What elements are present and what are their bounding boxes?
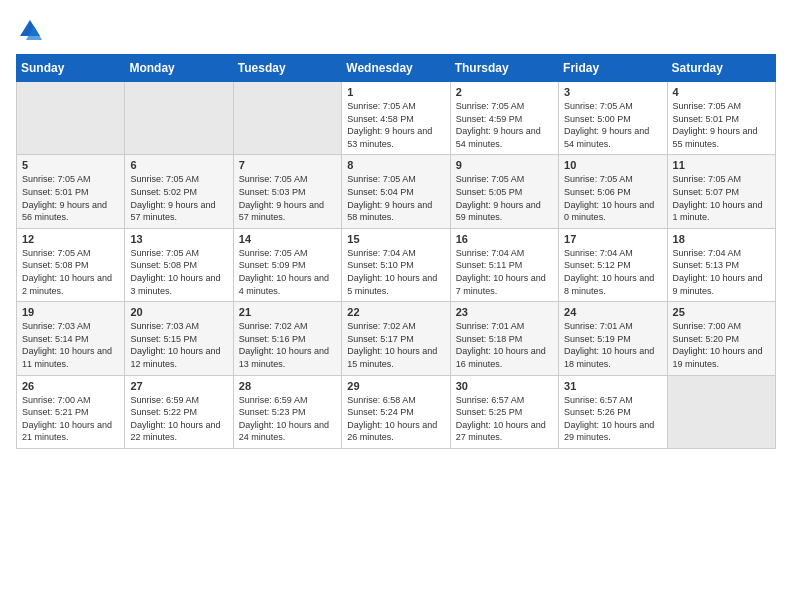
- column-header-sunday: Sunday: [17, 55, 125, 82]
- week-row-5: 26Sunrise: 7:00 AM Sunset: 5:21 PM Dayli…: [17, 375, 776, 448]
- day-info: Sunrise: 7:05 AM Sunset: 5:01 PM Dayligh…: [673, 100, 770, 150]
- day-info: Sunrise: 7:00 AM Sunset: 5:21 PM Dayligh…: [22, 394, 119, 444]
- day-cell: 13Sunrise: 7:05 AM Sunset: 5:08 PM Dayli…: [125, 228, 233, 301]
- day-info: Sunrise: 7:04 AM Sunset: 5:11 PM Dayligh…: [456, 247, 553, 297]
- day-info: Sunrise: 7:02 AM Sunset: 5:16 PM Dayligh…: [239, 320, 336, 370]
- day-info: Sunrise: 7:01 AM Sunset: 5:19 PM Dayligh…: [564, 320, 661, 370]
- day-number: 1: [347, 86, 444, 98]
- day-info: Sunrise: 7:05 AM Sunset: 5:08 PM Dayligh…: [22, 247, 119, 297]
- logo: [16, 16, 48, 44]
- column-header-friday: Friday: [559, 55, 667, 82]
- day-number: 21: [239, 306, 336, 318]
- day-cell: 17Sunrise: 7:04 AM Sunset: 5:12 PM Dayli…: [559, 228, 667, 301]
- day-info: Sunrise: 6:57 AM Sunset: 5:25 PM Dayligh…: [456, 394, 553, 444]
- day-number: 30: [456, 380, 553, 392]
- day-number: 17: [564, 233, 661, 245]
- day-cell: [125, 82, 233, 155]
- day-cell: 29Sunrise: 6:58 AM Sunset: 5:24 PM Dayli…: [342, 375, 450, 448]
- day-number: 7: [239, 159, 336, 171]
- day-number: 2: [456, 86, 553, 98]
- day-info: Sunrise: 7:05 AM Sunset: 5:09 PM Dayligh…: [239, 247, 336, 297]
- day-number: 9: [456, 159, 553, 171]
- week-row-3: 12Sunrise: 7:05 AM Sunset: 5:08 PM Dayli…: [17, 228, 776, 301]
- day-cell: 2Sunrise: 7:05 AM Sunset: 4:59 PM Daylig…: [450, 82, 558, 155]
- week-row-2: 5Sunrise: 7:05 AM Sunset: 5:01 PM Daylig…: [17, 155, 776, 228]
- day-cell: [17, 82, 125, 155]
- day-cell: 19Sunrise: 7:03 AM Sunset: 5:14 PM Dayli…: [17, 302, 125, 375]
- day-number: 23: [456, 306, 553, 318]
- day-number: 11: [673, 159, 770, 171]
- day-cell: 3Sunrise: 7:05 AM Sunset: 5:00 PM Daylig…: [559, 82, 667, 155]
- day-cell: 1Sunrise: 7:05 AM Sunset: 4:58 PM Daylig…: [342, 82, 450, 155]
- day-number: 3: [564, 86, 661, 98]
- day-info: Sunrise: 6:59 AM Sunset: 5:22 PM Dayligh…: [130, 394, 227, 444]
- calendar-header-row: SundayMondayTuesdayWednesdayThursdayFrid…: [17, 55, 776, 82]
- day-cell: 24Sunrise: 7:01 AM Sunset: 5:19 PM Dayli…: [559, 302, 667, 375]
- day-info: Sunrise: 7:01 AM Sunset: 5:18 PM Dayligh…: [456, 320, 553, 370]
- day-info: Sunrise: 7:05 AM Sunset: 4:59 PM Dayligh…: [456, 100, 553, 150]
- day-cell: 20Sunrise: 7:03 AM Sunset: 5:15 PM Dayli…: [125, 302, 233, 375]
- page-header: [16, 16, 776, 44]
- day-number: 14: [239, 233, 336, 245]
- day-number: 8: [347, 159, 444, 171]
- day-info: Sunrise: 6:59 AM Sunset: 5:23 PM Dayligh…: [239, 394, 336, 444]
- day-info: Sunrise: 6:57 AM Sunset: 5:26 PM Dayligh…: [564, 394, 661, 444]
- day-number: 22: [347, 306, 444, 318]
- day-number: 19: [22, 306, 119, 318]
- day-cell: 7Sunrise: 7:05 AM Sunset: 5:03 PM Daylig…: [233, 155, 341, 228]
- day-number: 18: [673, 233, 770, 245]
- day-number: 6: [130, 159, 227, 171]
- day-cell: 8Sunrise: 7:05 AM Sunset: 5:04 PM Daylig…: [342, 155, 450, 228]
- day-info: Sunrise: 7:05 AM Sunset: 4:58 PM Dayligh…: [347, 100, 444, 150]
- day-number: 20: [130, 306, 227, 318]
- day-cell: 14Sunrise: 7:05 AM Sunset: 5:09 PM Dayli…: [233, 228, 341, 301]
- day-info: Sunrise: 7:02 AM Sunset: 5:17 PM Dayligh…: [347, 320, 444, 370]
- day-info: Sunrise: 7:05 AM Sunset: 5:05 PM Dayligh…: [456, 173, 553, 223]
- day-cell: 30Sunrise: 6:57 AM Sunset: 5:25 PM Dayli…: [450, 375, 558, 448]
- day-cell: 28Sunrise: 6:59 AM Sunset: 5:23 PM Dayli…: [233, 375, 341, 448]
- day-info: Sunrise: 7:03 AM Sunset: 5:15 PM Dayligh…: [130, 320, 227, 370]
- day-number: 25: [673, 306, 770, 318]
- day-info: Sunrise: 7:05 AM Sunset: 5:01 PM Dayligh…: [22, 173, 119, 223]
- day-cell: 15Sunrise: 7:04 AM Sunset: 5:10 PM Dayli…: [342, 228, 450, 301]
- column-header-tuesday: Tuesday: [233, 55, 341, 82]
- day-cell: [667, 375, 775, 448]
- day-cell: 31Sunrise: 6:57 AM Sunset: 5:26 PM Dayli…: [559, 375, 667, 448]
- column-header-monday: Monday: [125, 55, 233, 82]
- column-header-wednesday: Wednesday: [342, 55, 450, 82]
- day-info: Sunrise: 7:05 AM Sunset: 5:00 PM Dayligh…: [564, 100, 661, 150]
- day-info: Sunrise: 6:58 AM Sunset: 5:24 PM Dayligh…: [347, 394, 444, 444]
- day-cell: 9Sunrise: 7:05 AM Sunset: 5:05 PM Daylig…: [450, 155, 558, 228]
- day-cell: 23Sunrise: 7:01 AM Sunset: 5:18 PM Dayli…: [450, 302, 558, 375]
- day-number: 26: [22, 380, 119, 392]
- day-number: 24: [564, 306, 661, 318]
- day-number: 5: [22, 159, 119, 171]
- day-cell: 25Sunrise: 7:00 AM Sunset: 5:20 PM Dayli…: [667, 302, 775, 375]
- day-number: 29: [347, 380, 444, 392]
- day-info: Sunrise: 7:05 AM Sunset: 5:08 PM Dayligh…: [130, 247, 227, 297]
- day-number: 10: [564, 159, 661, 171]
- day-cell: 10Sunrise: 7:05 AM Sunset: 5:06 PM Dayli…: [559, 155, 667, 228]
- day-info: Sunrise: 7:03 AM Sunset: 5:14 PM Dayligh…: [22, 320, 119, 370]
- day-info: Sunrise: 7:04 AM Sunset: 5:10 PM Dayligh…: [347, 247, 444, 297]
- day-cell: [233, 82, 341, 155]
- day-cell: 22Sunrise: 7:02 AM Sunset: 5:17 PM Dayli…: [342, 302, 450, 375]
- day-info: Sunrise: 7:05 AM Sunset: 5:03 PM Dayligh…: [239, 173, 336, 223]
- day-info: Sunrise: 7:04 AM Sunset: 5:12 PM Dayligh…: [564, 247, 661, 297]
- day-cell: 18Sunrise: 7:04 AM Sunset: 5:13 PM Dayli…: [667, 228, 775, 301]
- day-cell: 27Sunrise: 6:59 AM Sunset: 5:22 PM Dayli…: [125, 375, 233, 448]
- column-header-thursday: Thursday: [450, 55, 558, 82]
- day-number: 15: [347, 233, 444, 245]
- week-row-4: 19Sunrise: 7:03 AM Sunset: 5:14 PM Dayli…: [17, 302, 776, 375]
- day-number: 16: [456, 233, 553, 245]
- day-number: 27: [130, 380, 227, 392]
- day-number: 28: [239, 380, 336, 392]
- day-number: 12: [22, 233, 119, 245]
- day-cell: 6Sunrise: 7:05 AM Sunset: 5:02 PM Daylig…: [125, 155, 233, 228]
- day-info: Sunrise: 7:05 AM Sunset: 5:04 PM Dayligh…: [347, 173, 444, 223]
- day-info: Sunrise: 7:00 AM Sunset: 5:20 PM Dayligh…: [673, 320, 770, 370]
- day-cell: 16Sunrise: 7:04 AM Sunset: 5:11 PM Dayli…: [450, 228, 558, 301]
- week-row-1: 1Sunrise: 7:05 AM Sunset: 4:58 PM Daylig…: [17, 82, 776, 155]
- column-header-saturday: Saturday: [667, 55, 775, 82]
- day-info: Sunrise: 7:05 AM Sunset: 5:06 PM Dayligh…: [564, 173, 661, 223]
